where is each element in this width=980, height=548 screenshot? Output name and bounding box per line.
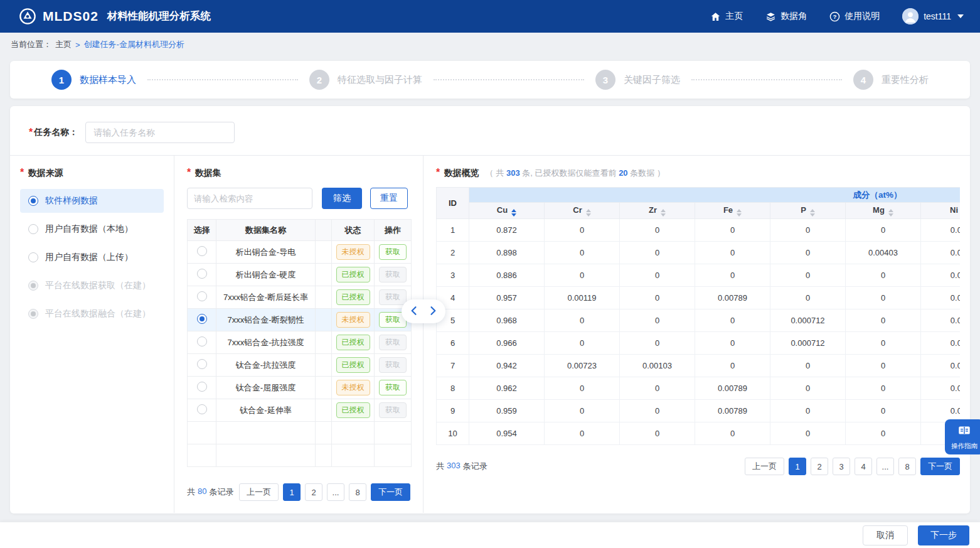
next-page-button[interactable]: 下一页	[371, 483, 410, 501]
dataset-cell-action: 获取	[375, 241, 412, 264]
step-1[interactable]: 1数据样本导入	[51, 70, 136, 90]
radio-icon[interactable]	[197, 314, 207, 324]
sort-icon[interactable]	[586, 209, 591, 217]
radio-icon[interactable]	[197, 404, 207, 414]
status-badge: 未授权	[336, 244, 370, 260]
dataset-row[interactable]: 7xxx铝合金-抗拉强度 已授权获取	[188, 331, 412, 354]
overview-row: 100.954000000.02	[437, 422, 961, 445]
dataset-cell-name: 钛合金-延伸率	[216, 399, 316, 422]
radio-icon[interactable]	[197, 246, 207, 256]
column-header-Mg[interactable]: Mg	[846, 203, 921, 219]
dataset-cell-action: 获取	[375, 377, 412, 399]
source-option-2[interactable]: 用户自有数据（本地）	[20, 217, 164, 241]
sort-icon[interactable]	[511, 209, 516, 217]
search-input[interactable]	[187, 188, 312, 209]
radio-icon[interactable]	[197, 382, 207, 392]
column-header-P[interactable]: P	[770, 203, 846, 219]
page-button[interactable]: 2	[305, 483, 322, 501]
overview-value-cell: 0.957	[469, 287, 545, 309]
dataset-row[interactable]: 7xxx铝合金-断裂韧性 未授权获取	[188, 309, 412, 331]
overview-value-cell: 0	[846, 219, 921, 242]
next-step-button[interactable]: 下一步	[918, 525, 969, 545]
radio-icon[interactable]	[197, 336, 207, 347]
cancel-button[interactable]: 取消	[863, 525, 908, 545]
overview-pager: 上一页1234...8下一页	[745, 458, 960, 475]
task-name-input[interactable]	[85, 122, 235, 143]
dataset-pager: 上一页12...8下一页	[239, 483, 410, 501]
column-header-Fe[interactable]: Fe	[695, 203, 770, 219]
overview-value-cell: 0	[695, 355, 770, 377]
book-icon	[957, 424, 971, 440]
nav-item-home[interactable]: 主页	[710, 11, 743, 22]
column-header-Zr[interactable]: Zr	[620, 203, 695, 219]
overview-value-cell: 0	[695, 219, 770, 242]
source-option-4: 平台在线数据获取（在建）	[20, 274, 164, 298]
source-option-1[interactable]: 软件样例数据	[20, 189, 164, 213]
radio-icon[interactable]	[197, 359, 207, 369]
nav-item-help[interactable]: ? 使用说明	[829, 11, 880, 22]
dataset-row[interactable]: 钛合金-延伸率 已授权获取	[188, 399, 412, 422]
dataset-row[interactable]: 析出铜合金-硬度 已授权获取	[188, 264, 412, 286]
overview-value-cell: 0	[846, 377, 921, 400]
record-count-value: 303	[447, 461, 461, 472]
page-button[interactable]: 8	[349, 483, 366, 501]
sort-asc-icon	[737, 209, 742, 212]
reset-button[interactable]: 重置	[370, 188, 408, 209]
column-header-Cr[interactable]: Cr	[545, 203, 620, 219]
app-brand[interactable]: MLDS02 材料性能机理分析系统	[19, 8, 211, 25]
next-page-button[interactable]: 下一页	[920, 458, 960, 475]
overview-value-cell: 0	[545, 219, 620, 242]
step-label: 关键因子筛选	[624, 74, 680, 86]
radio-icon	[28, 309, 38, 319]
overview-value-cell: 0.02	[921, 355, 961, 377]
breadcrumb-home[interactable]: 主页	[55, 39, 72, 50]
user-menu[interactable]: test111	[902, 8, 964, 24]
page-ellipsis[interactable]: ...	[876, 458, 894, 475]
dataset-empty-cell	[188, 444, 216, 467]
source-option-label: 用户自有数据（上传）	[45, 252, 133, 263]
overview-value-cell: 0	[770, 422, 846, 445]
page-button[interactable]: 8	[898, 458, 916, 475]
prev-page-button[interactable]: 上一页	[239, 483, 279, 501]
page-button[interactable]: 2	[811, 458, 828, 475]
column-header-Ni[interactable]: Ni	[921, 203, 961, 219]
top-navbar: MLDS02 材料性能机理分析系统 主页 数据角 ? 使用说明 test111	[0, 0, 980, 33]
step-number: 4	[853, 70, 873, 90]
dataset-cell-blank	[316, 264, 332, 286]
dataset-row[interactable]: 钛合金-抗拉强度 已授权获取	[188, 354, 412, 377]
dataset-cell-name: 7xxx铝合金-断裂韧性	[216, 309, 316, 331]
dataset-row[interactable]: 析出铜合金-导电 未授权获取	[188, 241, 412, 264]
dataset-row[interactable]: 钛合金-屈服强度 未授权获取	[188, 377, 412, 399]
sort-icon[interactable]	[737, 209, 742, 217]
step-2[interactable]: 2特征选取与因子计算	[309, 70, 422, 90]
fetch-button[interactable]: 获取	[379, 244, 407, 260]
sort-icon[interactable]	[810, 209, 815, 217]
radio-icon[interactable]	[197, 269, 207, 279]
sort-desc-icon	[586, 213, 591, 217]
dataset-row[interactable]: 7xxx铝合金-断后延长率 已授权获取	[188, 286, 412, 309]
dataset-column-header: 操作	[375, 220, 412, 241]
task-name-label: 任务名称：	[34, 127, 78, 138]
operation-guide-button[interactable]: 操作指南	[945, 419, 980, 454]
column-header-Cu[interactable]: Cu	[469, 203, 545, 219]
step-4[interactable]: 4重要性分析	[853, 70, 929, 90]
sort-icon[interactable]	[888, 209, 893, 217]
page-button[interactable]: 3	[833, 458, 850, 475]
nav-item-data-corner[interactable]: 数据角	[765, 11, 807, 22]
collapse-right-button[interactable]	[427, 305, 439, 318]
sort-icon[interactable]	[661, 209, 666, 217]
prev-page-button[interactable]: 上一页	[745, 458, 784, 475]
fetch-button[interactable]: 获取	[379, 380, 407, 395]
source-option-3[interactable]: 用户自有数据（上传）	[20, 245, 164, 269]
page-button[interactable]: 1	[789, 458, 806, 475]
page-button[interactable]: 1	[283, 483, 301, 501]
radio-icon[interactable]	[197, 291, 207, 301]
step-3[interactable]: 3关键因子筛选	[595, 70, 680, 90]
dataset-cell-name: 7xxx铝合金-断后延长率	[216, 286, 316, 309]
page-button[interactable]: 4	[855, 458, 872, 475]
filter-button[interactable]: 筛选	[322, 188, 362, 209]
page-ellipsis[interactable]: ...	[327, 483, 344, 501]
required-mark: *	[187, 167, 191, 178]
collapse-left-button[interactable]	[408, 305, 420, 318]
nav-item-label: 使用说明	[844, 11, 880, 22]
